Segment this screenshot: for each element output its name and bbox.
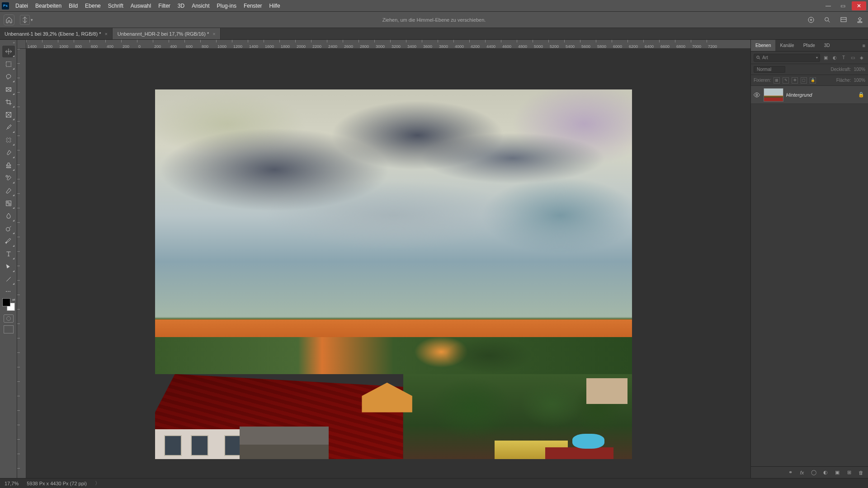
- more-tools-icon[interactable]: ⋯: [2, 287, 15, 296]
- pen-tool[interactable]: [2, 235, 15, 247]
- ruler-tick: 0: [17, 367, 20, 371]
- panel-tab-3d[interactable]: 3D: [820, 40, 835, 51]
- menu-auswahl[interactable]: Auswahl: [127, 1, 155, 11]
- fill-label: Fläche:: [836, 78, 851, 83]
- lock-position-icon[interactable]: ✎: [783, 77, 789, 84]
- swap-colors-icon[interactable]: ⇄: [12, 298, 15, 302]
- window-minimize[interactable]: —: [821, 1, 835, 10]
- eraser-tool[interactable]: [2, 185, 15, 197]
- tools-collapse[interactable]: »: [0, 41, 17, 45]
- ruler-horizontal[interactable]: 1400120010008006004002000200400600800100…: [26, 40, 750, 49]
- menu-fenster[interactable]: Fenster: [240, 1, 266, 11]
- menu-hilfe[interactable]: Hilfe: [266, 1, 284, 11]
- ruler-tick: 0: [17, 107, 20, 110]
- new-layer-icon[interactable]: ⊞: [845, 469, 853, 475]
- brush-tool[interactable]: [2, 147, 15, 159]
- frame-tool[interactable]: [2, 109, 15, 121]
- close-tab-icon[interactable]: ×: [104, 31, 107, 37]
- ruler-origin[interactable]: [17, 40, 26, 49]
- move-tool[interactable]: [2, 46, 15, 57]
- gradient-tool[interactable]: [2, 197, 15, 209]
- layer-fx-icon[interactable]: fx: [798, 470, 806, 475]
- line-tool[interactable]: [2, 273, 15, 285]
- share-icon[interactable]: [855, 15, 864, 24]
- ruler-tick: 600: [90, 40, 98, 42]
- menu-ansicht[interactable]: Ansicht: [188, 1, 213, 11]
- adjustment-layer-icon[interactable]: ◐: [822, 469, 829, 475]
- canvas-viewport[interactable]: [26, 49, 750, 478]
- close-tab-icon[interactable]: ×: [212, 31, 215, 37]
- filter-pixel-icon[interactable]: ▣: [822, 54, 829, 61]
- lock-artboard-icon[interactable]: ▢: [801, 77, 807, 84]
- layer-mask-icon[interactable]: ◯: [810, 469, 817, 475]
- ruler-tick: 0: [17, 136, 20, 139]
- status-zoom[interactable]: 17,7%: [5, 481, 19, 486]
- layer-row[interactable]: Hintergrund🔒: [751, 86, 868, 104]
- status-dims[interactable]: 5938 Px x 4430 Px (72 ppi): [27, 481, 87, 486]
- type-tool[interactable]: [2, 248, 15, 260]
- dodge-tool[interactable]: [2, 223, 15, 235]
- lock-all-icon[interactable]: 🔒: [810, 77, 816, 84]
- link-layers-icon[interactable]: ⚭: [787, 469, 794, 475]
- ruler-tick: 2200: [311, 40, 321, 42]
- menu-bearbeiten[interactable]: Bearbeiten: [32, 1, 65, 11]
- lock-pixels-icon[interactable]: ▦: [774, 77, 780, 84]
- visibility-eye-icon[interactable]: [753, 91, 761, 99]
- blend-mode-select[interactable]: Normal: [754, 66, 785, 73]
- marquee-tool[interactable]: [2, 58, 15, 70]
- panel-menu-icon[interactable]: ≡: [860, 40, 868, 51]
- stamp-tool[interactable]: [2, 160, 15, 171]
- path-tool[interactable]: [2, 261, 15, 272]
- doc-tab-0[interactable]: Unbenannt-1 bei 39,2% (Ebene 1, RGB/8) *…: [0, 28, 113, 39]
- blur-tool[interactable]: [2, 210, 15, 222]
- menu-schrift[interactable]: Schrift: [104, 1, 127, 11]
- menu-ebene[interactable]: Ebene: [81, 1, 104, 11]
- menu-plug-ins[interactable]: Plug-ins: [213, 1, 240, 11]
- wand-tool[interactable]: [2, 84, 15, 95]
- filter-adjust-icon[interactable]: ◐: [831, 54, 838, 61]
- menu-filter[interactable]: Filter: [155, 1, 174, 11]
- heal-tool[interactable]: [2, 134, 15, 146]
- fg-color-swatch[interactable]: [2, 298, 10, 306]
- screenmode-icon[interactable]: [4, 325, 14, 333]
- home-button[interactable]: [4, 14, 14, 25]
- filter-smart-icon[interactable]: ◈: [858, 54, 865, 61]
- ruler-vertical[interactable]: 0000000000000000000000000000000: [17, 49, 26, 478]
- history-tool[interactable]: [2, 172, 15, 184]
- layer-thumbnail[interactable]: [764, 88, 783, 102]
- cloud-docs-icon[interactable]: [807, 15, 816, 24]
- doc-tab-1[interactable]: Unbenannt_HDR-2 bei 17,7% (RGB/16) *×: [113, 28, 221, 39]
- panel-tab-kanäle[interactable]: Kanäle: [775, 40, 798, 51]
- panel-tab-ebenen[interactable]: Ebenen: [751, 40, 775, 51]
- crop-tool[interactable]: [2, 96, 15, 108]
- quickmask-icon[interactable]: [4, 314, 14, 323]
- layer-group-icon[interactable]: ▣: [834, 469, 841, 475]
- status-arrow-icon[interactable]: 〉: [95, 480, 100, 487]
- color-swatches[interactable]: ⇄: [2, 298, 15, 311]
- ruler-tick: 600: [184, 40, 193, 42]
- fill-value[interactable]: 100%: [854, 78, 865, 83]
- window-maximize[interactable]: ▭: [835, 1, 850, 10]
- menu-3d[interactable]: 3D: [174, 1, 188, 11]
- menu-datei[interactable]: Datei: [12, 1, 32, 11]
- active-tool-icon[interactable]: [20, 15, 30, 25]
- ruler-tick: 0: [17, 208, 20, 211]
- eyedropper-tool[interactable]: [2, 122, 15, 133]
- panel-tab-pfade[interactable]: Pfade: [799, 40, 820, 51]
- workspace-icon[interactable]: [839, 15, 848, 24]
- document-image[interactable]: [155, 89, 632, 459]
- layer-filter-search[interactable]: Art ▾: [754, 54, 820, 62]
- opacity-value[interactable]: 100%: [854, 67, 865, 72]
- lasso-tool[interactable]: [2, 71, 15, 83]
- lock-move-icon[interactable]: ✥: [792, 77, 798, 84]
- search-icon[interactable]: [823, 15, 832, 24]
- tool-preset-chevron[interactable]: ▾: [31, 18, 36, 22]
- window-close[interactable]: ✕: [852, 1, 866, 10]
- ruler-tick: 0: [17, 352, 20, 356]
- filter-shape-icon[interactable]: ▭: [849, 54, 856, 61]
- delete-layer-icon[interactable]: 🗑: [857, 470, 864, 475]
- ruler-tick: 0: [17, 439, 20, 443]
- layer-name[interactable]: Hintergrund: [786, 92, 812, 98]
- menu-bild[interactable]: Bild: [65, 1, 81, 11]
- filter-type-icon[interactable]: T: [840, 54, 847, 61]
